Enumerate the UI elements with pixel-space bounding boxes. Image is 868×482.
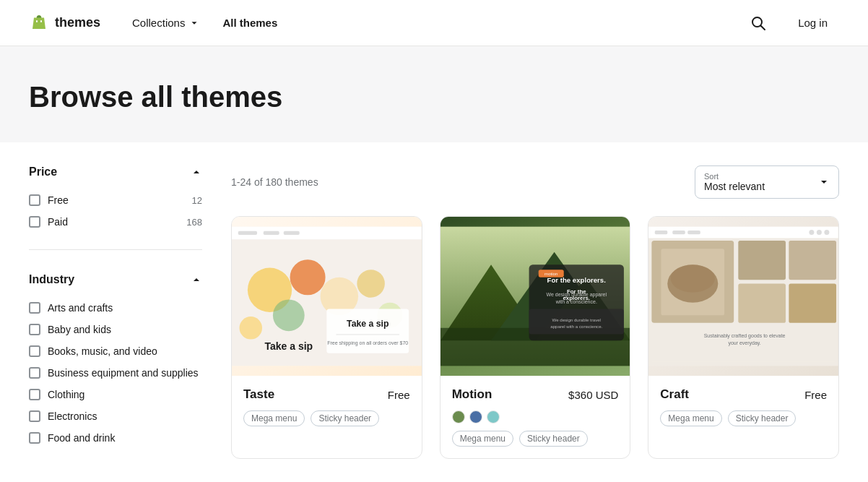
industry-books-item: Books, music, and video [29, 341, 202, 361]
main-content: Price Free 12 Paid [0, 142, 868, 482]
industry-filter-section: Industry Arts and crafts Baby and kids [29, 267, 202, 448]
theme-card-motion[interactable]: For the explorers. We design durable app… [440, 216, 631, 459]
search-icon [750, 15, 766, 31]
all-themes-nav-link[interactable]: All themes [214, 11, 286, 35]
theme-grid: Take a sip Free shipping on all orders o… [231, 216, 839, 459]
theme-tag-sticky-header-craft: Sticky header [728, 410, 797, 426]
theme-tags-craft: Mega menu Sticky header [660, 410, 827, 426]
svg-point-53 [810, 230, 815, 235]
industry-clothing-checkbox[interactable] [29, 389, 40, 400]
theme-title-row-taste: Taste Free [243, 387, 410, 402]
swatch-teal [487, 410, 500, 423]
theme-price-craft: Free [804, 389, 827, 401]
svg-text:Sustainably crafted goods to e: Sustainably crafted goods to elevate [704, 333, 786, 339]
industry-clothing-label: Clothing [48, 389, 84, 400]
svg-text:For the: For the [567, 288, 586, 295]
svg-rect-5 [232, 227, 422, 240]
nav-left: themes Collections All themes [29, 11, 286, 35]
sort-chevron-icon [818, 176, 830, 188]
industry-filter-title: Industry [29, 273, 74, 286]
svg-rect-39 [655, 231, 668, 234]
theme-title-row-craft: Craft Free [660, 387, 827, 402]
svg-rect-18 [336, 335, 399, 335]
industry-food-drink-label: Food and drink [48, 432, 115, 444]
industry-books-checkbox[interactable] [29, 345, 40, 357]
svg-text:explorers.: explorers. [563, 295, 590, 301]
svg-text:apparel with a conscience.: apparel with a conscience. [550, 324, 602, 329]
svg-rect-48 [739, 283, 786, 322]
theme-info-craft: Craft Free Mega menu Sticky header [648, 376, 838, 438]
theme-tags-taste: Mega menu Sticky header [243, 410, 410, 426]
collections-nav-link[interactable]: Collections [123, 11, 208, 35]
industry-food-drink-item: Food and drink [29, 428, 202, 448]
theme-card-taste[interactable]: Take a sip Free shipping on all orders o… [231, 216, 422, 459]
theme-tag-sticky-header: Sticky header [311, 410, 379, 426]
svg-point-45 [671, 264, 715, 293]
swatch-green [452, 410, 465, 423]
page-title: Browse all themes [29, 81, 839, 113]
svg-rect-40 [673, 231, 686, 234]
theme-image-taste: Take a sip Free shipping on all orders o… [232, 217, 422, 376]
industry-electronics-checkbox[interactable] [29, 410, 40, 422]
industry-filter-items: Arts and crafts Baby and kids Books, mus… [29, 298, 202, 448]
industry-books-label: Books, music, and video [48, 345, 157, 357]
shopify-logo-icon [29, 13, 49, 33]
svg-text:We design durable travel: We design durable travel [552, 317, 600, 322]
price-filter-header[interactable]: Price [29, 165, 202, 190]
collections-chevron-icon [189, 18, 199, 28]
industry-chevron-icon [191, 274, 202, 285]
svg-rect-16 [326, 309, 409, 353]
theme-name-motion: Motion [452, 387, 492, 402]
industry-baby-kids-label: Baby and kids [48, 324, 111, 335]
theme-image-motion: For the explorers. We design durable app… [440, 217, 630, 376]
svg-rect-49 [789, 283, 837, 322]
industry-food-drink-checkbox[interactable] [29, 432, 40, 444]
login-button[interactable]: Log in [786, 11, 839, 35]
theme-tags-motion: Mega menu Sticky header [452, 431, 619, 447]
industry-business-label: Business equipment and supplies [48, 367, 199, 379]
theme-info-motion: Motion $360 USD Mega menu Sticky header [440, 376, 630, 458]
industry-baby-kids-checkbox[interactable] [29, 324, 40, 335]
svg-rect-7 [264, 231, 279, 235]
price-filter-title: Price [29, 165, 57, 178]
results-top-bar: 1-24 of 180 themes Sort Most relevant [231, 165, 839, 199]
theme-price-motion: $360 USD [568, 389, 618, 401]
price-free-checkbox[interactable] [29, 194, 40, 206]
results-area: 1-24 of 180 themes Sort Most relevant [231, 165, 839, 459]
price-filter-section: Price Free 12 Paid [29, 165, 202, 250]
industry-business-checkbox[interactable] [29, 367, 40, 379]
price-paid-checkbox[interactable] [29, 216, 40, 228]
swatch-blue [469, 410, 482, 423]
industry-arts-crafts-checkbox[interactable] [29, 302, 40, 314]
industry-filter-header[interactable]: Industry [29, 273, 202, 298]
svg-text:Free shipping on all orders ov: Free shipping on all orders over $70 [327, 340, 408, 346]
theme-info-taste: Taste Free Mega menu Sticky header [232, 376, 422, 438]
sort-dropdown[interactable]: Sort Most relevant [695, 165, 839, 199]
svg-rect-46 [739, 241, 786, 280]
price-free-label: Free [48, 194, 69, 206]
sidebar: Price Free 12 Paid [29, 165, 202, 459]
svg-point-13 [357, 270, 385, 298]
theme-card-craft[interactable]: Sustainably crafted goods to elevate you… [648, 216, 839, 459]
search-button[interactable] [747, 12, 769, 34]
svg-rect-6 [238, 231, 257, 235]
theme-title-row-motion: Motion $360 USD [452, 387, 619, 402]
svg-line-3 [761, 25, 765, 30]
svg-rect-8 [284, 231, 300, 235]
price-filter-items: Free 12 Paid 168 [29, 190, 202, 232]
svg-text:Take a sip: Take a sip [264, 340, 313, 352]
svg-rect-0 [36, 20, 38, 22]
nav-links: Collections All themes [123, 11, 286, 35]
sort-value: Most relevant [704, 181, 810, 192]
svg-point-10 [290, 259, 326, 295]
craft-preview-svg: Sustainably crafted goods to elevate you… [648, 217, 838, 376]
svg-rect-41 [688, 231, 701, 234]
results-count: 1-24 of 180 themes [231, 176, 318, 188]
svg-text:your everyday.: your everyday. [729, 340, 761, 346]
theme-price-taste: Free [388, 389, 410, 401]
svg-text:Take a sip: Take a sip [347, 319, 389, 329]
industry-arts-crafts-item: Arts and crafts [29, 298, 202, 318]
svg-point-54 [817, 230, 822, 235]
logo-link[interactable]: themes [29, 13, 100, 33]
motion-preview-svg: For the explorers. We design durable app… [440, 217, 630, 376]
